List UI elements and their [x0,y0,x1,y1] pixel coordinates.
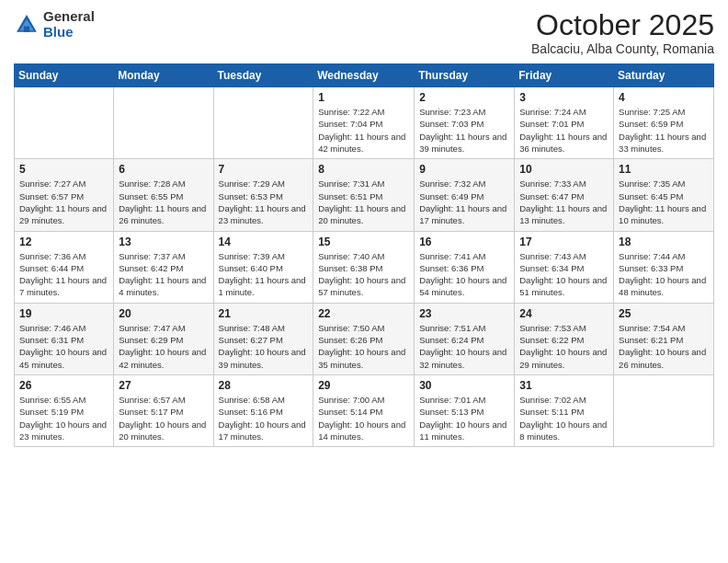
logo-general-text: General [43,9,95,25]
table-row: 24Sunrise: 7:53 AM Sunset: 6:22 PM Dayli… [515,303,614,374]
day-number: 14 [219,236,309,248]
calendar-week-row: 26Sunrise: 6:55 AM Sunset: 5:19 PM Dayli… [15,374,714,446]
table-row: 29Sunrise: 7:00 AM Sunset: 5:14 PM Dayli… [313,374,415,446]
day-info: Sunrise: 7:41 AM Sunset: 6:36 PM Dayligh… [419,250,509,299]
day-info: Sunrise: 7:32 AM Sunset: 6:49 PM Dayligh… [419,178,509,226]
day-number: 28 [219,379,309,392]
day-info: Sunrise: 7:44 AM Sunset: 6:33 PM Dayligh… [619,250,709,299]
table-row: 1Sunrise: 7:22 AM Sunset: 7:04 PM Daylig… [313,87,415,159]
day-number: 3 [519,91,609,104]
table-row: 3Sunrise: 7:24 AM Sunset: 7:01 PM Daylig… [515,87,614,159]
table-row: 17Sunrise: 7:43 AM Sunset: 6:34 PM Dayli… [515,231,614,303]
day-number: 10 [519,163,609,176]
table-row: 27Sunrise: 6:57 AM Sunset: 5:17 PM Dayli… [114,374,213,446]
day-number: 30 [419,379,509,392]
day-info: Sunrise: 7:36 AM Sunset: 6:44 PM Dayligh… [19,250,108,299]
day-number: 2 [419,91,509,104]
day-number: 17 [519,236,609,248]
table-row: 13Sunrise: 7:37 AM Sunset: 6:42 PM Dayli… [114,231,213,303]
table-row: 12Sunrise: 7:36 AM Sunset: 6:44 PM Dayli… [15,231,114,303]
day-info: Sunrise: 7:00 AM Sunset: 5:14 PM Dayligh… [318,394,409,442]
col-friday: Friday [515,64,614,87]
logo-blue-text: Blue [43,25,95,40]
day-number: 25 [619,307,709,320]
day-info: Sunrise: 7:43 AM Sunset: 6:34 PM Dayligh… [519,250,609,299]
table-row: 8Sunrise: 7:31 AM Sunset: 6:51 PM Daylig… [313,159,415,231]
day-number: 20 [119,307,208,320]
day-info: Sunrise: 7:23 AM Sunset: 7:03 PM Dayligh… [419,106,509,155]
day-info: Sunrise: 7:53 AM Sunset: 6:22 PM Dayligh… [519,322,609,371]
table-row: 2Sunrise: 7:23 AM Sunset: 7:03 PM Daylig… [415,87,515,159]
day-number: 19 [19,307,108,320]
calendar-week-row: 19Sunrise: 7:46 AM Sunset: 6:31 PM Dayli… [15,303,714,374]
day-info: Sunrise: 7:33 AM Sunset: 6:47 PM Dayligh… [519,178,609,226]
calendar-week-row: 1Sunrise: 7:22 AM Sunset: 7:04 PM Daylig… [15,87,714,159]
table-row: 31Sunrise: 7:02 AM Sunset: 5:11 PM Dayli… [515,374,614,446]
calendar-week-row: 12Sunrise: 7:36 AM Sunset: 6:44 PM Dayli… [15,231,714,303]
day-info: Sunrise: 7:51 AM Sunset: 6:24 PM Dayligh… [419,322,509,371]
day-info: Sunrise: 7:37 AM Sunset: 6:42 PM Dayligh… [119,250,208,299]
day-number: 21 [219,307,309,320]
day-info: Sunrise: 7:40 AM Sunset: 6:38 PM Dayligh… [318,250,409,299]
day-info: Sunrise: 7:29 AM Sunset: 6:53 PM Dayligh… [219,178,309,226]
col-wednesday: Wednesday [313,64,415,87]
title-block: October 2025 Balcaciu, Alba County, Roma… [531,9,714,56]
day-number: 29 [318,379,409,392]
day-info: Sunrise: 7:02 AM Sunset: 5:11 PM Dayligh… [519,394,609,442]
day-number: 6 [119,163,208,176]
col-thursday: Thursday [415,64,515,87]
day-number: 18 [619,236,709,248]
day-info: Sunrise: 7:24 AM Sunset: 7:01 PM Dayligh… [519,106,609,155]
svg-rect-2 [24,26,29,31]
day-info: Sunrise: 7:27 AM Sunset: 6:57 PM Dayligh… [19,178,108,226]
table-row: 15Sunrise: 7:40 AM Sunset: 6:38 PM Dayli… [313,231,415,303]
day-number: 12 [19,236,108,248]
day-number: 8 [318,163,409,176]
day-number: 7 [219,163,309,176]
col-monday: Monday [114,64,213,87]
calendar-header-row: Sunday Monday Tuesday Wednesday Thursday… [15,64,714,87]
table-row: 11Sunrise: 7:35 AM Sunset: 6:45 PM Dayli… [614,159,714,231]
day-info: Sunrise: 7:01 AM Sunset: 5:13 PM Dayligh… [419,394,509,442]
table-row [213,87,313,159]
logo: General Blue [14,9,95,40]
day-number: 16 [419,236,509,248]
table-row: 25Sunrise: 7:54 AM Sunset: 6:21 PM Dayli… [614,303,714,374]
day-number: 13 [119,236,208,248]
table-row: 22Sunrise: 7:50 AM Sunset: 6:26 PM Dayli… [313,303,415,374]
col-sunday: Sunday [15,64,114,87]
table-row: 30Sunrise: 7:01 AM Sunset: 5:13 PM Dayli… [415,374,515,446]
table-row: 20Sunrise: 7:47 AM Sunset: 6:29 PM Dayli… [114,303,213,374]
table-row [614,374,714,446]
table-row: 9Sunrise: 7:32 AM Sunset: 6:49 PM Daylig… [415,159,515,231]
day-number: 24 [519,307,609,320]
day-number: 1 [318,91,409,104]
day-info: Sunrise: 7:54 AM Sunset: 6:21 PM Dayligh… [619,322,709,371]
day-info: Sunrise: 7:35 AM Sunset: 6:45 PM Dayligh… [619,178,709,226]
calendar-week-row: 5Sunrise: 7:27 AM Sunset: 6:57 PM Daylig… [15,159,714,231]
day-number: 9 [419,163,509,176]
month-title: October 2025 [531,9,714,41]
table-row [15,87,114,159]
day-info: Sunrise: 7:46 AM Sunset: 6:31 PM Dayligh… [19,322,108,371]
day-info: Sunrise: 7:50 AM Sunset: 6:26 PM Dayligh… [318,322,409,371]
day-number: 5 [19,163,108,176]
day-info: Sunrise: 7:47 AM Sunset: 6:29 PM Dayligh… [119,322,208,371]
table-row: 16Sunrise: 7:41 AM Sunset: 6:36 PM Dayli… [415,231,515,303]
logo-text: General Blue [43,9,95,40]
table-row: 21Sunrise: 7:48 AM Sunset: 6:27 PM Dayli… [213,303,313,374]
day-info: Sunrise: 6:55 AM Sunset: 5:19 PM Dayligh… [19,394,108,442]
location: Balcaciu, Alba County, Romania [531,41,714,56]
day-info: Sunrise: 7:28 AM Sunset: 6:55 PM Dayligh… [119,178,208,226]
table-row: 10Sunrise: 7:33 AM Sunset: 6:47 PM Dayli… [515,159,614,231]
day-info: Sunrise: 7:31 AM Sunset: 6:51 PM Dayligh… [318,178,409,226]
table-row: 28Sunrise: 6:58 AM Sunset: 5:16 PM Dayli… [213,374,313,446]
table-row: 14Sunrise: 7:39 AM Sunset: 6:40 PM Dayli… [213,231,313,303]
table-row: 5Sunrise: 7:27 AM Sunset: 6:57 PM Daylig… [15,159,114,231]
day-number: 23 [419,307,509,320]
table-row [114,87,213,159]
logo-icon [14,12,40,38]
day-info: Sunrise: 7:22 AM Sunset: 7:04 PM Dayligh… [318,106,409,155]
day-number: 31 [519,379,609,392]
day-info: Sunrise: 6:57 AM Sunset: 5:17 PM Dayligh… [119,394,208,442]
